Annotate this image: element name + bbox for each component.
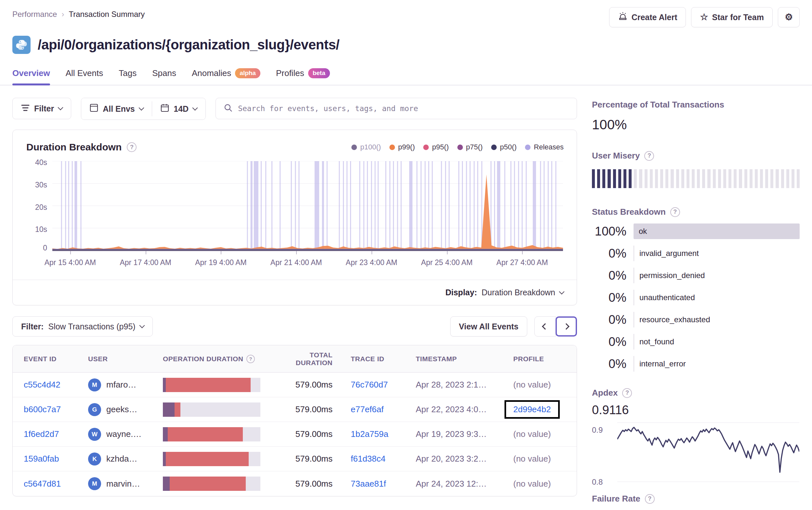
tab-overview[interactable]: Overview bbox=[12, 68, 50, 85]
misery-bar bbox=[765, 169, 768, 188]
help-icon[interactable]: ? bbox=[127, 142, 137, 152]
legend-item-p75[interactable]: p75() bbox=[457, 143, 483, 151]
date-range-label: 14D bbox=[174, 104, 188, 114]
tab-all-events[interactable]: All Events bbox=[66, 68, 104, 85]
display-select[interactable]: Duration Breakdown bbox=[482, 288, 564, 297]
user-name: geeks… bbox=[106, 404, 137, 415]
duration-chart[interactable]: 010s20s30s40s Apr 15 4:00 AMApr 17 4:00 … bbox=[26, 161, 563, 271]
content: Filter All Envs bbox=[12, 98, 800, 510]
profile-no-value: (no value) bbox=[513, 380, 551, 389]
misery-bar bbox=[602, 169, 605, 188]
avatar: M bbox=[88, 477, 101, 490]
help-icon[interactable]: ? bbox=[622, 388, 632, 398]
chart-legend: p100()p99()p95()p75()p50()Releases bbox=[351, 143, 564, 151]
table-header: EVENT IDUSEROPERATION DURATION?TOTAL DUR… bbox=[13, 345, 577, 372]
trace-id-link[interactable]: e77ef6af bbox=[351, 404, 383, 414]
misery-bar bbox=[618, 169, 621, 188]
tab-tags[interactable]: Tags bbox=[119, 68, 137, 85]
trace-id-cell: 76c760d7 bbox=[351, 380, 416, 390]
transactions-filter-dropdown[interactable]: Filter: Slow Transactions (p95) bbox=[12, 317, 153, 336]
status-bar-zone: permission_denied bbox=[634, 268, 800, 283]
user-misery-section: User Misery ? bbox=[592, 151, 800, 188]
event-id-link[interactable]: 1f6ed2d7 bbox=[24, 429, 59, 439]
timestamp-cell: Apr 22, 2023 4:0… bbox=[416, 404, 513, 415]
tab-label: Anomalies bbox=[192, 68, 231, 78]
previous-page-button[interactable] bbox=[534, 317, 556, 336]
help-icon[interactable]: ? bbox=[644, 151, 654, 161]
transactions-filter-label: Filter: bbox=[21, 322, 44, 331]
tab-anomalies[interactable]: Anomaliesalpha bbox=[192, 68, 260, 85]
status-percent: 0% bbox=[592, 246, 634, 261]
next-page-button[interactable] bbox=[555, 317, 577, 336]
legend-item-p100[interactable]: p100() bbox=[351, 143, 381, 151]
trace-id-link[interactable]: 1b2a759a bbox=[351, 429, 388, 439]
event-id-link[interactable]: b600c7a7 bbox=[24, 404, 61, 414]
profile-link[interactable]: 2d99e4b2 bbox=[513, 404, 551, 414]
status-name: not_found bbox=[634, 334, 800, 350]
tab-bar: OverviewAll EventsTagsSpansAnomaliesalph… bbox=[0, 68, 812, 85]
status-breakdown-section: Status Breakdown ? 100%ok0%invalid_argum… bbox=[592, 207, 800, 371]
misery-bar bbox=[608, 169, 610, 188]
y-tick-label: 30s bbox=[35, 180, 47, 189]
status-row-internal_error: 0%internal_error bbox=[592, 356, 800, 371]
chevron-down-icon bbox=[139, 105, 144, 111]
timestamp-cell: Apr 19, 2023 9:3… bbox=[416, 429, 513, 439]
view-all-events-button[interactable]: View All Events bbox=[450, 317, 527, 336]
legend-item-p99[interactable]: p99() bbox=[389, 143, 415, 151]
trace-id-link[interactable]: 73aae81f bbox=[351, 479, 386, 488]
date-range-dropdown[interactable]: 14D bbox=[152, 98, 205, 120]
main-column: Filter All Envs bbox=[12, 98, 577, 510]
create-alert-button[interactable]: Create Alert bbox=[609, 7, 686, 27]
filter-dropdown[interactable]: Filter bbox=[12, 98, 71, 119]
trace-id-link[interactable]: f61d38c4 bbox=[351, 454, 385, 463]
display-label: Display: bbox=[445, 288, 477, 297]
user-name: marvin… bbox=[106, 479, 140, 489]
column-header-operation-duration: OPERATION DURATION? bbox=[163, 355, 273, 363]
trace-id-link[interactable]: 76c760d7 bbox=[351, 380, 388, 389]
help-icon[interactable]: ? bbox=[645, 494, 655, 504]
misery-bar bbox=[650, 169, 653, 188]
column-header-timestamp: TIMESTAMP bbox=[416, 355, 513, 363]
event-id-link[interactable]: c5647d81 bbox=[24, 479, 61, 488]
legend-label: p99() bbox=[398, 143, 415, 151]
tab-profiles[interactable]: Profilesbeta bbox=[276, 68, 330, 85]
breadcrumb-performance[interactable]: Performance bbox=[12, 10, 57, 19]
settings-button[interactable]: ⚙ bbox=[778, 7, 800, 27]
window-icon bbox=[90, 103, 98, 114]
event-id-link[interactable]: 159a0fab bbox=[24, 454, 59, 463]
status-list: 100%ok0%invalid_argument0%permission_den… bbox=[592, 223, 800, 371]
page-title: /api/0/organizations/{organization_slug}… bbox=[38, 37, 339, 53]
misery-bar bbox=[776, 169, 779, 188]
environment-dropdown[interactable]: All Envs bbox=[81, 98, 152, 120]
legend-item-p95[interactable]: p95() bbox=[423, 143, 448, 151]
search-input[interactable] bbox=[238, 104, 569, 113]
x-tick-label: Apr 27 4:00 AM bbox=[496, 258, 548, 267]
op-segment-red bbox=[175, 402, 180, 417]
legend-item-p50[interactable]: p50() bbox=[491, 143, 517, 151]
event-id-link[interactable]: c55c4d42 bbox=[24, 380, 60, 389]
tab-spans[interactable]: Spans bbox=[152, 68, 176, 85]
misery-bar bbox=[771, 169, 773, 188]
status-percent: 100% bbox=[592, 224, 634, 238]
legend-item-Releases[interactable]: Releases bbox=[525, 143, 564, 151]
misery-bar bbox=[786, 169, 789, 188]
x-axis-ticks bbox=[52, 251, 563, 255]
misery-bar bbox=[692, 169, 695, 188]
misery-bar bbox=[655, 169, 658, 188]
star-for-team-button[interactable]: ☆ Star for Team bbox=[691, 7, 772, 27]
top-bar: Performance › Transaction Summary Create… bbox=[12, 7, 800, 27]
events-table: EVENT IDUSEROPERATION DURATION?TOTAL DUR… bbox=[12, 345, 577, 497]
status-percent: 0% bbox=[592, 313, 634, 327]
star-for-team-label: Star for Team bbox=[712, 13, 764, 22]
help-icon[interactable]: ? bbox=[246, 355, 255, 363]
apdex-chart[interactable]: 0.9 0.8 bbox=[592, 420, 800, 485]
table-body: c55c4d42Mmfaro…579.00ms76c760d7Apr 28, 2… bbox=[13, 372, 577, 496]
op-segment-purple bbox=[163, 427, 168, 442]
operation-duration-cell bbox=[163, 477, 273, 491]
status-name: unauthenticated bbox=[634, 290, 800, 305]
help-icon[interactable]: ? bbox=[670, 207, 680, 217]
breadcrumb-separator: › bbox=[61, 10, 64, 19]
env-date-group: All Envs 14D bbox=[81, 98, 206, 120]
total-duration-cell: 579.00ms bbox=[273, 404, 351, 415]
events-controls: Filter: Slow Transactions (p95) View All… bbox=[12, 317, 577, 336]
